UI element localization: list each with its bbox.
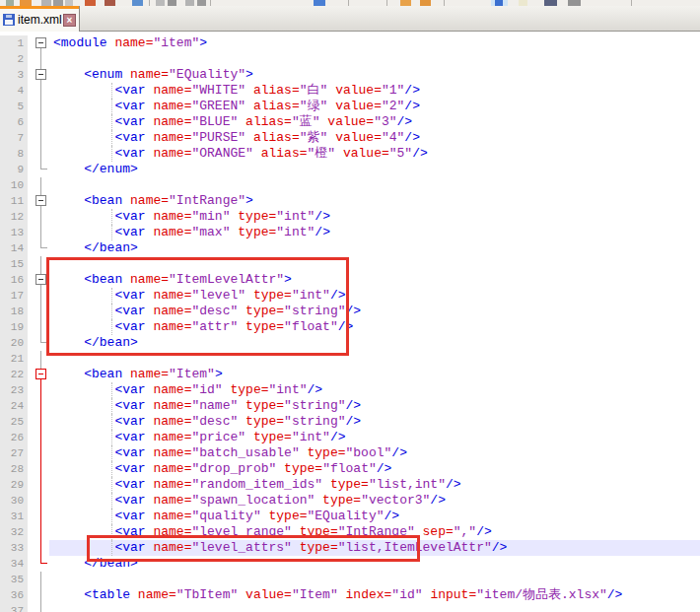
line-number[interactable]: 26 — [0, 430, 28, 445]
line-number[interactable]: 35 — [0, 572, 28, 587]
code-line[interactable]: 19 <var name="attr" type="float"/> — [0, 319, 700, 335]
code-line[interactable]: 22 <bean name="Item"> — [0, 367, 700, 382]
code-line[interactable]: 21 — [0, 351, 700, 367]
line-number[interactable]: 3 — [0, 67, 28, 83]
code-line[interactable]: 11 <bean name="IntRange"> — [0, 193, 700, 209]
line-number[interactable]: 29 — [0, 477, 28, 493]
fold-margin — [28, 177, 49, 193]
code-line[interactable]: 28 <var name="drop_prob" type="float"/> — [0, 461, 700, 477]
code-line[interactable]: 10 — [0, 177, 700, 193]
line-number[interactable]: 14 — [0, 240, 28, 256]
code-line[interactable]: 27 <var name="batch_usable" type="bool"/… — [0, 445, 700, 461]
code-line[interactable]: 8 <var name="ORANGE" alias="橙" value="5"… — [0, 146, 700, 162]
code-line[interactable]: 14 </bean> — [0, 240, 700, 256]
fold-margin — [28, 603, 49, 612]
line-number[interactable]: 16 — [0, 272, 28, 288]
line-number[interactable]: 9 — [0, 162, 28, 177]
line-number[interactable]: 7 — [0, 130, 28, 146]
code-line[interactable]: 29 <var name="random_item_ids" type="lis… — [0, 477, 700, 493]
fold-margin — [28, 256, 49, 272]
editor-code-area[interactable]: 1<module name="item">23 <enum name="EQua… — [0, 32, 700, 612]
line-number[interactable]: 6 — [0, 114, 28, 130]
code-line[interactable]: 33 <var name="level_attrs" type="list,It… — [0, 540, 700, 556]
code-line[interactable]: 34 </bean> — [0, 556, 700, 572]
fold-margin — [28, 99, 49, 114]
line-number[interactable]: 17 — [0, 288, 28, 304]
code-text: <var name="random_item_ids" type="list,i… — [49, 477, 700, 493]
line-number[interactable]: 22 — [0, 367, 28, 382]
line-number[interactable]: 24 — [0, 398, 28, 414]
line-number[interactable]: 23 — [0, 382, 28, 398]
fold-toggle-icon[interactable] — [35, 274, 46, 285]
line-number[interactable]: 28 — [0, 461, 28, 477]
fold-margin — [28, 509, 49, 524]
code-line[interactable]: 12 <var name="min" type="int"/> — [0, 209, 700, 225]
line-number[interactable]: 37 — [0, 603, 28, 612]
code-line[interactable]: 5 <var name="GREEN" alias="绿" value="2"/… — [0, 99, 700, 114]
line-number[interactable]: 12 — [0, 209, 28, 225]
code-line[interactable]: 9 </enum> — [0, 162, 700, 177]
code-text: </enum> — [49, 162, 700, 177]
code-line[interactable]: 25 <var name="desc" type="string"/> — [0, 414, 700, 430]
code-line[interactable]: 2 — [0, 51, 700, 67]
line-number[interactable]: 32 — [0, 524, 28, 540]
code-line[interactable]: 16 <bean name="ItemLevelAttr"> — [0, 272, 700, 288]
fold-margin — [28, 272, 49, 288]
code-text: <var name="GREEN" alias="绿" value="2"/> — [49, 99, 700, 114]
fold-toggle-icon[interactable] — [35, 369, 46, 379]
line-number[interactable]: 15 — [0, 256, 28, 272]
tab-close-icon[interactable]: × — [63, 14, 76, 27]
code-line[interactable]: 13 <var name="max" type="int"/> — [0, 225, 700, 240]
code-line[interactable]: 30 <var name="spawn_location" type="vect… — [0, 493, 700, 509]
code-line[interactable]: 36 <table name="TbItem" value="Item" ind… — [0, 587, 700, 603]
code-line[interactable]: 35 — [0, 572, 700, 587]
line-number[interactable]: 10 — [0, 177, 28, 193]
line-number[interactable]: 20 — [0, 335, 28, 351]
fold-toggle-icon[interactable] — [35, 195, 46, 206]
code-line[interactable]: 4 <var name="WHITE" alias="白" value="1"/… — [0, 83, 700, 99]
fold-margin — [28, 367, 49, 382]
code-line[interactable]: 17 <var name="level" type="int"/> — [0, 288, 700, 304]
fold-margin — [28, 319, 49, 335]
fold-toggle-icon[interactable] — [35, 37, 46, 48]
code-line[interactable]: 23 <var name="id" type="int"/> — [0, 382, 700, 398]
line-number[interactable]: 2 — [0, 51, 28, 67]
code-line[interactable]: 18 <var name="desc" type="string"/> — [0, 304, 700, 319]
line-number[interactable]: 1 — [0, 35, 28, 51]
code-line[interactable]: 6 <var name="BLUE" alias="蓝" value="3"/> — [0, 114, 700, 130]
line-number[interactable]: 30 — [0, 493, 28, 509]
code-line[interactable]: 1<module name="item"> — [0, 35, 700, 51]
code-line[interactable]: 15 — [0, 256, 700, 272]
fold-margin — [28, 209, 49, 225]
line-number[interactable]: 4 — [0, 83, 28, 99]
fold-toggle-icon[interactable] — [35, 69, 46, 80]
tab-item-xml[interactable]: item.xml × — [0, 6, 80, 32]
code-line[interactable]: 3 <enum name="EQuality"> — [0, 67, 700, 83]
line-number[interactable]: 13 — [0, 225, 28, 240]
line-number[interactable]: 31 — [0, 509, 28, 524]
line-number[interactable]: 36 — [0, 587, 28, 603]
code-line[interactable]: 32 <var name="level_range" type="IntRang… — [0, 524, 700, 540]
line-number[interactable]: 25 — [0, 414, 28, 430]
line-number[interactable]: 11 — [0, 193, 28, 209]
code-line[interactable]: 37 — [0, 603, 700, 612]
code-lines: 1<module name="item">23 <enum name="EQua… — [0, 35, 700, 612]
line-number[interactable]: 27 — [0, 445, 28, 461]
code-text — [49, 256, 700, 272]
code-line[interactable]: 20 </bean> — [0, 335, 700, 351]
line-number[interactable]: 18 — [0, 304, 28, 319]
fold-margin — [28, 524, 49, 540]
line-number[interactable]: 33 — [0, 540, 28, 556]
code-text: <var name="batch_usable" type="bool"/> — [49, 445, 700, 461]
notepad-window: item.xml × 1<module name="item">23 <enum… — [0, 0, 700, 612]
code-line[interactable]: 7 <var name="PURSE" alias="紫" value="4"/… — [0, 130, 700, 146]
line-number[interactable]: 5 — [0, 99, 28, 114]
line-number[interactable]: 34 — [0, 556, 28, 572]
line-number[interactable]: 8 — [0, 146, 28, 162]
fold-margin — [28, 414, 49, 430]
line-number[interactable]: 21 — [0, 351, 28, 367]
code-line[interactable]: 26 <var name="price" type="int"/> — [0, 430, 700, 445]
code-line[interactable]: 31 <var name="quality" type="EQuality"/> — [0, 509, 700, 524]
line-number[interactable]: 19 — [0, 319, 28, 335]
code-line[interactable]: 24 <var name="name" type="string"/> — [0, 398, 700, 414]
